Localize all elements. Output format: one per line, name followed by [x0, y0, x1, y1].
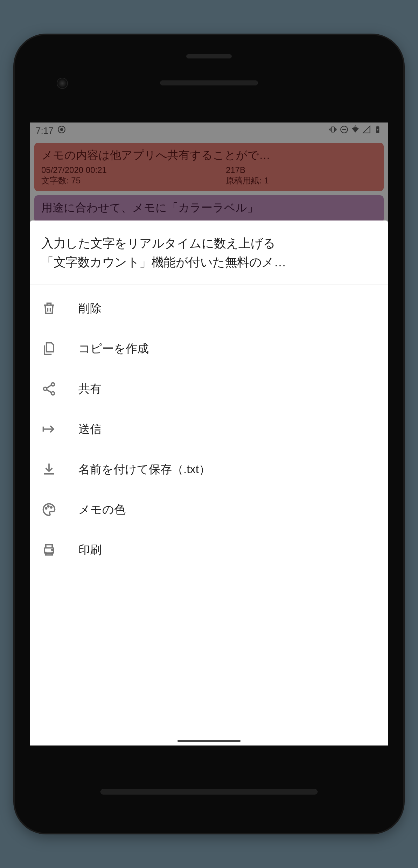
svg-point-13 — [52, 550, 53, 551]
print-icon — [41, 542, 57, 558]
svg-point-11 — [51, 507, 52, 508]
front-camera — [57, 78, 68, 89]
power-button — [15, 224, 15, 266]
menu-label: 名前を付けて保存（.txt） — [78, 462, 210, 477]
menu-item-share[interactable]: 共有 — [30, 369, 388, 409]
sheet-title-line2: 「文字数カウント」機能が付いた無料のメ… — [41, 253, 377, 272]
volume-up-button — [403, 280, 403, 357]
sheet-title-line1: 入力した文字をリアルタイムに数え上げる — [41, 234, 377, 253]
svg-point-10 — [48, 506, 49, 507]
share-icon — [41, 381, 57, 397]
menu-label: 削除 — [78, 301, 102, 316]
volume-down-button — [403, 371, 403, 448]
menu-label: 送信 — [78, 421, 102, 437]
phone-frame: 7:17 — [15, 35, 403, 833]
menu-item-save-as[interactable]: 名前を付けて保存（.txt） — [30, 449, 388, 490]
screen: 7:17 — [30, 122, 388, 746]
phone-top-bezel — [15, 35, 403, 98]
send-icon — [41, 421, 57, 437]
menu-label: メモの色 — [78, 502, 126, 518]
menu-item-delete[interactable]: 削除 — [30, 288, 388, 329]
menu-label: 共有 — [78, 381, 102, 397]
menu-label: 印刷 — [78, 542, 102, 558]
menu-item-copy[interactable]: コピーを作成 — [30, 329, 388, 369]
menu-label: コピーを作成 — [78, 341, 149, 357]
palette-icon — [41, 502, 57, 517]
trash-icon — [41, 301, 57, 316]
nav-handle[interactable] — [177, 740, 241, 742]
menu-list: 削除 コピーを作成 共有 — [30, 285, 388, 746]
bottom-sheet: 入力した文字をリアルタイムに数え上げる 「文字数カウント」機能が付いた無料のメ…… — [30, 220, 388, 746]
menu-item-send[interactable]: 送信 — [30, 409, 388, 449]
menu-item-print[interactable]: 印刷 — [30, 530, 388, 570]
download-icon — [41, 462, 57, 477]
speaker-grille — [160, 80, 258, 85]
sensor-pill — [186, 54, 232, 58]
svg-point-9 — [46, 508, 47, 509]
side-button — [403, 224, 403, 266]
copy-icon — [41, 341, 57, 356]
menu-item-color[interactable]: メモの色 — [30, 490, 388, 530]
sheet-title: 入力した文字をリアルタイムに数え上げる 「文字数カウント」機能が付いた無料のメ… — [30, 220, 388, 285]
bottom-speaker — [100, 789, 318, 794]
